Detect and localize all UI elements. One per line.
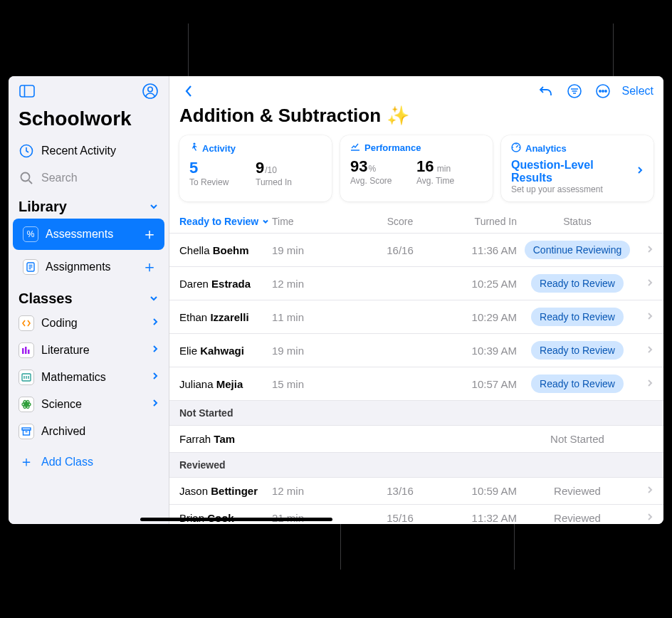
group-reviewed: Reviewed xyxy=(169,452,663,477)
status-pill[interactable]: Ready to Review xyxy=(531,341,624,360)
analytics-subtitle: Set up your assessment xyxy=(511,184,644,194)
student-name: Elie Kahwagi xyxy=(179,345,272,357)
sidebar-toggle-icon[interactable] xyxy=(19,83,36,99)
sidebar-item-label: Assessments xyxy=(46,228,113,241)
section-classes[interactable]: Classes xyxy=(9,283,169,310)
student-name: Chella Boehm xyxy=(179,244,272,256)
status-pill[interactable]: Ready to Review xyxy=(531,274,624,293)
class-label: Archived xyxy=(41,425,85,438)
section-library[interactable]: Library xyxy=(9,192,169,218)
undo-icon[interactable] xyxy=(537,82,555,100)
table-row[interactable]: Daren Estrada12 min10:25 AMReady to Revi… xyxy=(169,266,663,300)
chevron-right-icon xyxy=(638,345,653,357)
turned-in-label: Turned In xyxy=(256,177,322,187)
document-icon xyxy=(23,259,38,275)
cell-time: 12 min xyxy=(272,278,357,290)
cell-time: 11 min xyxy=(272,311,357,323)
svg-point-31 xyxy=(602,90,603,92)
class-label: Literature xyxy=(41,344,90,357)
cell-status: Ready to Review xyxy=(517,274,638,293)
cell-turned-in: 10:57 AM xyxy=(443,378,517,390)
svg-point-32 xyxy=(604,90,606,92)
performance-card[interactable]: Performance 93% Avg. Score 16 min Avg. T… xyxy=(340,135,493,201)
sidebar: Schoolwork Recent Activity Search Librar… xyxy=(9,76,169,524)
table-row[interactable]: Juliana Mejia15 min10:57 AMReady to Revi… xyxy=(169,367,663,400)
cell-turned-in: 10:25 AM xyxy=(443,278,517,290)
title-text: Addition & Subtraction xyxy=(179,105,381,127)
sidebar-item-archived[interactable]: Archived xyxy=(9,418,169,445)
plus-icon: ＋ xyxy=(19,452,34,471)
sidebar-item-science[interactable]: Science xyxy=(9,391,169,418)
add-class-button[interactable]: ＋ Add Class xyxy=(9,445,169,478)
avg-time-label: Avg. Time xyxy=(416,176,483,186)
sidebar-item-label: Assignments xyxy=(46,261,111,273)
section-label: Library xyxy=(19,199,67,215)
cell-time: 19 min xyxy=(272,244,357,256)
card-label: Activity xyxy=(202,143,236,154)
chevron-right-icon xyxy=(152,371,159,384)
avg-time: 16 xyxy=(416,157,434,175)
svg-point-18 xyxy=(26,404,28,406)
select-button[interactable]: Select xyxy=(622,85,653,98)
results-table: Ready to Review Time Score Turned In Sta… xyxy=(169,209,663,524)
sidebar-item-assessments[interactable]: % Assessments ＋ xyxy=(13,219,164,250)
sidebar-item-assignments[interactable]: Assignments ＋ xyxy=(13,251,164,283)
col-label: Ready to Review xyxy=(179,216,258,227)
filter-icon[interactable] xyxy=(565,82,584,100)
class-label: Mathematics xyxy=(41,371,106,384)
table-row[interactable]: Elie Kahwagi19 min10:39 AMReady to Revie… xyxy=(169,333,663,367)
table-row[interactable]: Ethan Izzarelli11 min10:29 AMReady to Re… xyxy=(169,300,663,333)
nav-label: Recent Activity xyxy=(41,145,116,157)
table-row[interactable]: Chella Boehm19 min16/1611:36 AMContinue … xyxy=(169,233,663,266)
chevron-right-icon xyxy=(638,485,653,497)
col-turned-in[interactable]: Turned In xyxy=(443,216,517,227)
chevron-right-icon xyxy=(152,398,159,411)
col-time[interactable]: Time xyxy=(272,216,357,227)
avg-time-unit: min xyxy=(434,164,451,174)
cell-status: Reviewed xyxy=(517,485,638,497)
student-name: Daren Estrada xyxy=(179,278,272,290)
back-button[interactable] xyxy=(179,82,198,100)
turned-in-of: /10 xyxy=(265,165,277,175)
analytics-card[interactable]: Analytics Question-Level Results Set up … xyxy=(501,135,653,201)
cell-status: Continue Reviewing xyxy=(517,241,638,259)
col-score[interactable]: Score xyxy=(357,216,443,227)
chevron-right-icon xyxy=(638,311,653,323)
sort-ready-to-review[interactable]: Ready to Review xyxy=(179,216,272,227)
chevron-down-icon xyxy=(149,199,159,215)
svg-rect-23 xyxy=(23,430,30,435)
status-pill[interactable]: Continue Reviewing xyxy=(525,241,631,259)
sidebar-item-literature[interactable]: Literature xyxy=(9,337,169,364)
student-name: Farrah Tam xyxy=(179,433,272,445)
class-icon xyxy=(19,397,34,412)
student-name: Jason Bettinger xyxy=(179,485,272,497)
status-pill[interactable]: Ready to Review xyxy=(531,375,624,393)
avg-score: 93 xyxy=(350,157,367,175)
avg-score-label: Avg. Score xyxy=(350,176,416,186)
account-icon[interactable] xyxy=(142,83,159,99)
student-name: Ethan Izzarelli xyxy=(179,311,272,323)
student-name: Juliana Mejia xyxy=(179,378,272,390)
plus-icon[interactable]: ＋ xyxy=(142,224,157,245)
class-icon xyxy=(19,370,34,385)
nav-recent-activity[interactable]: Recent Activity xyxy=(9,137,169,164)
status-pill[interactable]: Ready to Review xyxy=(531,308,624,326)
activity-card[interactable]: Activity 5 To Review 9/10 Turned In xyxy=(179,135,332,201)
chevron-down-icon xyxy=(261,217,270,226)
add-class-label: Add Class xyxy=(41,456,93,468)
sidebar-item-mathematics[interactable]: Mathematics xyxy=(9,364,169,391)
svg-rect-11 xyxy=(22,348,24,354)
chevron-right-icon xyxy=(638,278,653,290)
avg-score-unit: % xyxy=(368,164,376,174)
col-status[interactable]: Status xyxy=(517,216,638,227)
more-icon[interactable] xyxy=(594,82,612,100)
svg-point-30 xyxy=(599,90,600,92)
nav-search[interactable]: Search xyxy=(9,164,169,192)
to-review-label: To Review xyxy=(189,177,256,187)
sparkle-icon: ✨ xyxy=(387,105,409,127)
cell-time: 15 min xyxy=(272,378,357,390)
table-row[interactable]: Jason Bettinger12 min13/1610:59 AMReview… xyxy=(169,477,663,504)
sidebar-item-coding[interactable]: Coding xyxy=(9,310,169,337)
plus-icon[interactable]: ＋ xyxy=(142,256,157,278)
table-row[interactable]: Farrah TamNot Started xyxy=(169,425,663,452)
